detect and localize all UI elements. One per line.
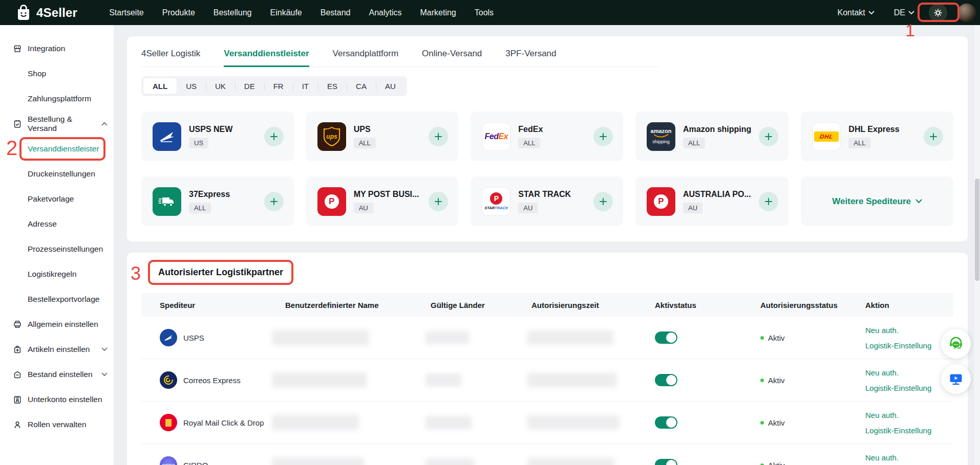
chevron-down-icon — [908, 11, 914, 15]
sidebar-item-zahlungsplattform[interactable]: Zahlungsplattform — [0, 86, 114, 111]
filter-it[interactable]: IT — [293, 78, 318, 94]
filter-au[interactable]: AU — [376, 78, 405, 94]
logistics-settings-link[interactable]: Logistik-Einstellung — [865, 384, 953, 392]
add-carrier-button[interactable] — [429, 127, 448, 146]
sidebar-item-bestellung-versand[interactable]: Bestellung & Versand — [0, 111, 114, 136]
sidebar-item-unterkonto-einstellen[interactable]: Unterkonto einstellen — [0, 387, 114, 412]
tab-4seller-logistik[interactable]: 4Seller Logistik — [141, 49, 200, 67]
column-spediteur: Spediteur — [160, 301, 285, 309]
reauthorize-link[interactable]: Neu auth. — [865, 326, 953, 335]
sidebar-item-druckeinstellungen[interactable]: Druckeinstellungen — [0, 161, 114, 186]
sidebar-item-label: Versanddienstleister — [28, 144, 99, 153]
sidebar-item-label: Paketvorlage — [28, 194, 74, 204]
settings-button[interactable] — [929, 4, 947, 22]
annotation-number-2: 2 — [6, 136, 17, 159]
nav-einkaeufe[interactable]: Einkäufe — [270, 8, 302, 17]
add-carrier-button[interactable] — [924, 127, 943, 146]
active-toggle[interactable] — [655, 374, 677, 386]
nav-tools[interactable]: Tools — [475, 8, 494, 17]
carrier-grid: USPS NEW US ups — [141, 112, 953, 226]
add-carrier-button[interactable] — [593, 127, 613, 146]
filter-de[interactable]: DE — [235, 78, 264, 94]
status-dot — [760, 379, 764, 382]
status-dot — [760, 336, 764, 340]
brand-logo[interactable]: 4Seller — [15, 4, 77, 21]
carrier-card-ups: ups UPS ALL — [306, 112, 459, 161]
contact-dropdown[interactable]: Kontakt — [838, 8, 875, 17]
tab-online-versand[interactable]: Online-Versand — [422, 49, 482, 67]
sidebar-item-label: Shop — [28, 69, 46, 78]
filter-uk[interactable]: UK — [206, 78, 235, 94]
add-carrier-button[interactable] — [759, 127, 778, 146]
support-chat-button[interactable] — [941, 329, 971, 359]
filter-fr[interactable]: FR — [264, 78, 293, 94]
more-carriers-button[interactable]: Weitere Spediteure — [801, 176, 953, 226]
nav-analytics[interactable]: Analytics — [369, 8, 401, 17]
add-carrier-button[interactable] — [759, 192, 778, 211]
filter-ca[interactable]: CA — [347, 78, 376, 94]
nav-bestellung[interactable]: Bestellung — [214, 8, 252, 17]
nav-marketing[interactable]: Marketing — [420, 8, 456, 17]
nav-produkte[interactable]: Produkte — [162, 8, 195, 17]
fedex-logo: FedEx — [482, 122, 510, 151]
nav-bestand[interactable]: Bestand — [321, 8, 351, 17]
logistics-settings-link[interactable]: Logistik-Einstellung — [865, 426, 953, 435]
sidebar-item-paketvorlage[interactable]: Paketvorlage — [0, 186, 114, 211]
main-content: 4Seller Logistik Versanddienstleister Ve… — [114, 25, 980, 465]
sidebar-item-shop[interactable]: Shop — [0, 61, 114, 86]
logistics-settings-link[interactable]: Logistik-Einstellung — [865, 341, 953, 350]
sidebar-item-label: Zahlungsplattform — [28, 94, 91, 103]
filter-es[interactable]: ES — [318, 78, 347, 94]
sidebar-item-versanddienstleister[interactable]: Versanddienstleister 2 — [0, 136, 114, 161]
tab-3pf-versand[interactable]: 3PF-Versand — [505, 49, 556, 67]
svg-text:ups: ups — [326, 133, 337, 140]
add-carrier-button[interactable] — [593, 192, 613, 211]
redacted-text — [425, 416, 472, 429]
cirro-logo: CIRRO — [160, 456, 177, 465]
chevron-down-icon — [101, 372, 108, 377]
add-carrier-button[interactable] — [429, 192, 448, 211]
storefront-icon — [12, 43, 23, 54]
top-navigation-bar: 4Seller Startseite Produkte Bestellung E… — [0, 0, 980, 25]
active-toggle[interactable] — [655, 331, 677, 344]
filter-all[interactable]: ALL — [143, 78, 177, 94]
sidebar-item-adresse[interactable]: Adresse — [0, 211, 114, 236]
plus-icon — [270, 197, 278, 206]
dhl-logo: DHL — [812, 122, 841, 151]
user-avatar[interactable] — [957, 4, 976, 22]
sidebar-item-artikeln-einstellen[interactable]: Artikeln einstellen — [0, 337, 114, 362]
sidebar-item-logistikregeln[interactable]: Logistikregeln — [0, 261, 114, 286]
sidebar-item-bestand-einstellen[interactable]: Bestand einstellen — [0, 362, 114, 387]
scrollbar-thumb[interactable] — [975, 179, 979, 281]
gear-icon — [933, 8, 943, 18]
tab-versanddienstleister[interactable]: Versanddienstleister — [224, 49, 309, 67]
filter-us[interactable]: US — [177, 78, 206, 94]
vertical-scrollbar[interactable] — [973, 25, 980, 465]
sidebar-item-bestellexportvorlage[interactable]: Bestellexportvorlage — [0, 286, 114, 312]
video-tutorial-button[interactable] — [941, 364, 971, 394]
redacted-text — [425, 373, 461, 387]
reauthorize-link[interactable]: Neu auth. — [865, 368, 953, 377]
carrier-region-badge: AU — [518, 203, 538, 213]
sidebar-item-rollen-verwalten[interactable]: Rollen verwalten — [0, 412, 114, 437]
sidebar-item-allgemein-einstellen[interactable]: Allgemein einstellen — [0, 312, 114, 337]
redacted-text — [425, 458, 474, 465]
status-label: Aktiv — [768, 376, 785, 385]
sidebar-item-prozesseinstellungen[interactable]: Prozesseinstellungen — [0, 236, 114, 261]
active-toggle[interactable] — [655, 416, 677, 429]
sidebar-item-integration[interactable]: Integration — [0, 36, 114, 61]
status-label: Aktiv — [768, 334, 785, 342]
add-carrier-button[interactable] — [264, 127, 284, 146]
reauthorize-link[interactable]: Neu auth. — [865, 453, 953, 462]
usps-logo — [160, 329, 177, 346]
carrier-card-dhl-express: DHL DHL Express ALL — [801, 112, 953, 161]
nav-startseite[interactable]: Startseite — [109, 8, 144, 17]
redacted-text — [425, 331, 469, 344]
language-dropdown[interactable]: DE — [894, 8, 914, 17]
reauthorize-link[interactable]: Neu auth. — [865, 411, 953, 419]
active-toggle[interactable] — [655, 459, 677, 465]
add-carrier-button[interactable] — [264, 192, 284, 211]
tab-versandplattform[interactable]: Versandplattform — [333, 49, 399, 67]
shopping-bag-logo-icon — [15, 4, 32, 21]
sidebar-item-label: Integration — [28, 44, 65, 53]
